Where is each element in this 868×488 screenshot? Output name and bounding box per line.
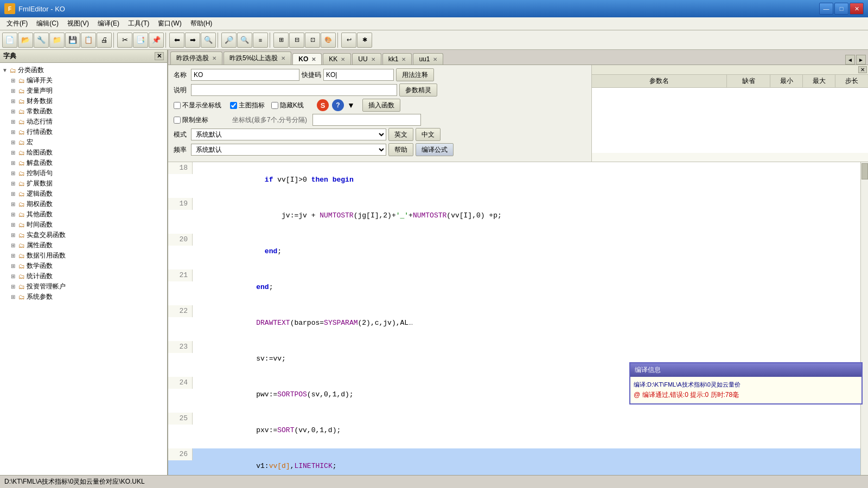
tree-item-12[interactable]: ⊞ 🗂 期权函数 bbox=[10, 199, 166, 209]
tab-2-close[interactable]: ✕ bbox=[311, 56, 316, 62]
tree-item-3[interactable]: ⊞ 🗂 常数函数 bbox=[10, 106, 166, 117]
tree-item-21[interactable]: ⊞ 🗂 系统参数 bbox=[10, 292, 166, 302]
title-bar: F FmlEditor - KO — □ ✕ bbox=[0, 0, 868, 17]
action-btn-2[interactable]: ✱ bbox=[357, 33, 372, 48]
shortcut-input[interactable] bbox=[323, 69, 394, 81]
menu-help[interactable]: 帮助(H) bbox=[186, 18, 217, 29]
params-close-button[interactable]: ✕ bbox=[858, 66, 867, 73]
paste-button[interactable]: 📌 bbox=[149, 33, 164, 48]
no-axis-checkbox[interactable]: 不显示坐标线 bbox=[174, 101, 221, 110]
tree-item-1[interactable]: ⊞ 🗂 变量声明 bbox=[10, 86, 166, 96]
help-button[interactable]: 帮助 bbox=[388, 143, 413, 156]
tab-4[interactable]: UU ✕ bbox=[352, 53, 381, 65]
tree-item-5[interactable]: ⊞ 🗂 行情函数 bbox=[10, 127, 166, 137]
save-button[interactable]: 💾 bbox=[65, 33, 80, 48]
view-btn-2[interactable]: ⊟ bbox=[289, 33, 304, 48]
name-input[interactable] bbox=[191, 69, 299, 81]
main-indicator-checkbox[interactable]: 主图指标 bbox=[230, 101, 265, 110]
english-button[interactable]: 英文 bbox=[388, 128, 413, 141]
tab-5[interactable]: kk1 ✕ bbox=[382, 53, 412, 65]
tree-item-9[interactable]: ⊞ 🗂 控制语句 bbox=[10, 168, 166, 178]
separator-2 bbox=[165, 33, 168, 48]
tab-4-close[interactable]: ✕ bbox=[371, 56, 375, 62]
menu-file[interactable]: 文件(F) bbox=[2, 18, 32, 29]
zoom-out-button[interactable]: 🔍 bbox=[237, 33, 252, 48]
tab-6-close[interactable]: ✕ bbox=[433, 56, 437, 62]
tree-item-7[interactable]: ⊞ 🗂 绘图函数 bbox=[10, 147, 166, 158]
tree-item-11[interactable]: ⊞ 🗂 逻辑函数 bbox=[10, 189, 166, 199]
layout-button[interactable]: ≡ bbox=[253, 33, 268, 48]
tree-item-8[interactable]: ⊞ 🗂 解盘函数 bbox=[10, 158, 166, 168]
tree-root-item[interactable]: ▼ 🗂 分类函数 bbox=[1, 65, 166, 75]
tree-item-15[interactable]: ⊞ 🗂 实盘交易函数 bbox=[10, 230, 166, 240]
maximize-button[interactable]: □ bbox=[834, 3, 848, 15]
menu-edit[interactable]: 编辑(C) bbox=[32, 18, 63, 29]
tab-next-button[interactable]: ► bbox=[856, 55, 866, 65]
tab-6[interactable]: uu1 ✕ bbox=[413, 53, 443, 65]
compile-button[interactable]: 编译公式 bbox=[416, 143, 454, 156]
view-btn-3[interactable]: ⊡ bbox=[305, 33, 320, 48]
copy-button[interactable]: 📑 bbox=[133, 33, 148, 48]
tb-btn-3[interactable]: 🔧 bbox=[34, 33, 49, 48]
status-path: D:\KT\FML\A技术指标\0灵如云量价对应\KO.UKL bbox=[4, 477, 145, 486]
tab-3-close[interactable]: ✕ bbox=[341, 56, 345, 62]
view-btn-1[interactable]: ⊞ bbox=[273, 33, 289, 48]
close-button[interactable]: ✕ bbox=[850, 3, 864, 15]
menu-tools[interactable]: 工具(T) bbox=[124, 18, 154, 29]
usage-button[interactable]: 用法注释 bbox=[396, 68, 434, 81]
undo-button[interactable]: ⬅ bbox=[169, 33, 184, 48]
insert-func-button[interactable]: 插入函数 bbox=[362, 99, 400, 112]
tb-btn-4[interactable]: 📁 bbox=[49, 33, 65, 48]
print-button[interactable]: 🖨 bbox=[97, 33, 112, 48]
tree-item-10[interactable]: ⊞ 🗂 扩展数据 bbox=[10, 178, 166, 189]
menu-compile[interactable]: 编译(E) bbox=[93, 18, 124, 29]
tab-3[interactable]: KK ✕ bbox=[323, 53, 351, 65]
tb-btn-6[interactable]: 📋 bbox=[81, 33, 96, 48]
param-wizard-button[interactable]: 参数精灵 bbox=[399, 84, 437, 97]
tab-1[interactable]: 昨跌5%以上选股 ✕ bbox=[224, 52, 291, 65]
tab-1-close[interactable]: ✕ bbox=[281, 55, 285, 61]
color-btn[interactable]: 🎨 bbox=[321, 33, 336, 48]
tree-item-20[interactable]: ⊞ 🗂 投资管理帐户 bbox=[10, 281, 166, 292]
s-button[interactable]: S bbox=[317, 99, 329, 111]
tab-2[interactable]: KO ✕ bbox=[292, 53, 322, 65]
tree-item-2[interactable]: ⊞ 🗂 财务数据 bbox=[10, 96, 166, 106]
tab-prev-button[interactable]: ◄ bbox=[845, 55, 855, 65]
tab-5-close[interactable]: ✕ bbox=[401, 56, 406, 62]
hide-k-checkbox[interactable]: 隐藏K线 bbox=[271, 101, 304, 110]
code-editor[interactable]: 18 if vv[I]>0 then begin 19 jv:=jv + NUM… bbox=[168, 162, 868, 475]
panel-close-button[interactable]: ✕ bbox=[155, 52, 164, 60]
tree-item-6[interactable]: ⊞ 🗂 宏 bbox=[10, 137, 166, 147]
search-button[interactable]: 🔍 bbox=[201, 33, 216, 48]
code-scrollbar[interactable] bbox=[860, 162, 868, 475]
tree-item-13[interactable]: ⊞ 🗂 其他函数 bbox=[10, 209, 166, 220]
axis-input[interactable] bbox=[312, 114, 421, 126]
open-button[interactable]: 📂 bbox=[18, 33, 33, 48]
tab-0-close[interactable]: ✕ bbox=[212, 55, 216, 61]
action-btn-1[interactable]: ↩ bbox=[341, 33, 356, 48]
tree-item-0[interactable]: ⊞ 🗂 编译开关 bbox=[10, 75, 166, 86]
menu-window[interactable]: 窗口(W) bbox=[154, 18, 186, 29]
cut-button[interactable]: ✂ bbox=[117, 33, 132, 48]
tree-item-17[interactable]: ⊞ 🗂 数据引用函数 bbox=[10, 251, 166, 261]
tab-0[interactable]: 昨跌停选股 ✕ bbox=[170, 52, 222, 65]
limit-axis-checkbox[interactable]: 限制坐标 bbox=[174, 115, 208, 125]
zoom-in-button[interactable]: 🔎 bbox=[221, 33, 237, 48]
menu-view[interactable]: 视图(V) bbox=[63, 18, 93, 29]
desc-input[interactable] bbox=[191, 84, 397, 96]
tree-item-18[interactable]: ⊞ 🗂 数学函数 bbox=[10, 261, 166, 271]
tree-item-19[interactable]: ⊞ 🗂 统计函数 bbox=[10, 271, 166, 281]
redo-button[interactable]: ➡ bbox=[185, 33, 200, 48]
scrollbar-thumb[interactable] bbox=[861, 163, 868, 179]
new-button[interactable]: 📄 bbox=[2, 33, 17, 48]
tree-item-16[interactable]: ⊞ 🗂 属性函数 bbox=[10, 240, 166, 251]
tree-children: ⊞ 🗂 编译开关 ⊞ 🗂 变量声明 ⊞ 🗂 财务数据 bbox=[1, 75, 166, 302]
mode-select[interactable]: 系统默认 bbox=[191, 129, 386, 140]
tree-item-14[interactable]: ⊞ 🗂 时间函数 bbox=[10, 220, 166, 230]
freq-select[interactable]: 系统默认 bbox=[191, 144, 386, 156]
more-button[interactable]: ▼ bbox=[347, 101, 355, 110]
q-button[interactable]: ? bbox=[332, 99, 344, 111]
tree-item-4[interactable]: ⊞ 🗂 动态行情 bbox=[10, 117, 166, 127]
chinese-button[interactable]: 中文 bbox=[416, 128, 441, 141]
minimize-button[interactable]: — bbox=[819, 3, 833, 15]
